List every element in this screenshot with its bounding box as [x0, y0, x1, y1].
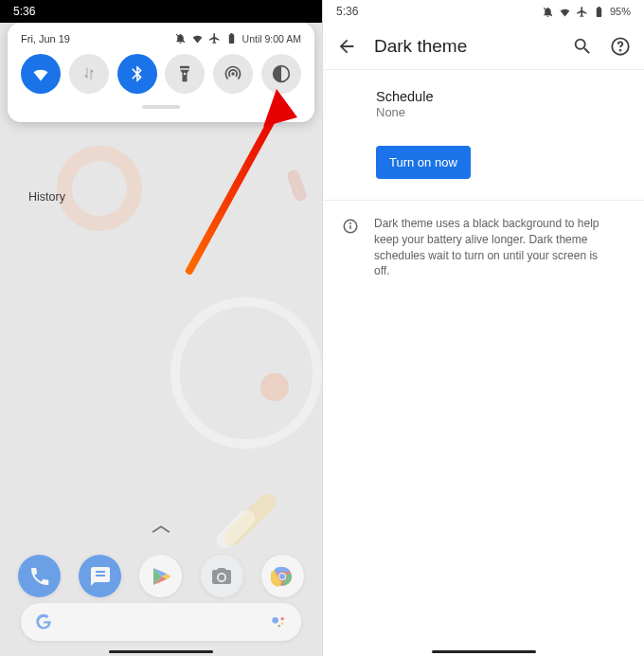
- history-label: History: [28, 190, 65, 204]
- wifi-tile[interactable]: [21, 54, 61, 94]
- wallpaper-decoration: [286, 168, 309, 203]
- gesture-nav-bar[interactable]: [109, 650, 213, 654]
- google-search-bar[interactable]: [21, 603, 301, 641]
- notifications-off-icon: [542, 6, 554, 18]
- chrome-app-icon[interactable]: [261, 555, 304, 597]
- airplane-icon: [576, 6, 588, 18]
- wallpaper-decoration: [57, 146, 142, 231]
- svg-point-14: [620, 49, 621, 50]
- notifications-off-icon: [174, 32, 187, 44]
- svg-point-17: [350, 223, 351, 224]
- status-bar: 5:36: [0, 0, 322, 23]
- dock: [0, 555, 322, 597]
- qs-status-icons: Until 9:00 AM: [174, 32, 301, 44]
- svg-point-7: [278, 625, 281, 628]
- assistant-icon: [269, 612, 288, 631]
- info-text: Dark theme uses a black background to he…: [374, 216, 611, 279]
- home-screen-with-quick-settings: 5:36 History: [0, 0, 322, 656]
- phone-app-icon[interactable]: [18, 555, 61, 597]
- hotspot-tile[interactable]: [213, 54, 253, 94]
- wallpaper-decoration: [170, 297, 322, 449]
- svg-point-3: [279, 574, 285, 579]
- svg-point-0: [219, 574, 224, 579]
- wallpaper-decoration: [260, 373, 289, 401]
- search-icon[interactable]: [572, 36, 593, 57]
- schedule-title: Schedule: [376, 89, 625, 104]
- status-time: 5:36: [13, 5, 35, 18]
- info-icon: [342, 218, 359, 235]
- gesture-nav-bar[interactable]: [432, 650, 536, 654]
- info-section: Dark theme uses a black background to he…: [323, 201, 644, 294]
- status-time: 5:36: [336, 5, 358, 18]
- google-g-icon: [34, 612, 53, 631]
- battery-icon: [593, 6, 605, 18]
- dark-theme-tile[interactable]: [261, 54, 301, 94]
- svg-point-9: [232, 72, 235, 75]
- app-bar: Dark theme: [323, 23, 644, 70]
- qs-date: Fri, Jun 19: [21, 33, 70, 44]
- wifi-icon: [559, 6, 571, 18]
- messages-app-icon[interactable]: [79, 555, 121, 597]
- status-bar: 5:36 95%: [323, 0, 644, 23]
- page-title: Dark theme: [374, 36, 555, 57]
- qs-tiles-row: [19, 54, 303, 94]
- qs-drag-handle[interactable]: [142, 105, 180, 109]
- back-icon[interactable]: [336, 36, 357, 57]
- battery-icon: [225, 32, 238, 44]
- wifi-icon: [191, 32, 204, 44]
- turn-on-now-button[interactable]: Turn on now: [376, 146, 471, 179]
- airplane-icon: [208, 32, 221, 44]
- quick-settings-panel: Fri, Jun 19 Until 9:00 AM: [8, 23, 314, 122]
- svg-point-4: [272, 617, 278, 624]
- qs-alarm-until: Until 9:00 AM: [242, 33, 301, 44]
- flashlight-tile[interactable]: [165, 54, 205, 94]
- svg-point-6: [281, 622, 284, 625]
- dark-theme-settings-screen: 5:36 95% Dark theme Schedule None Turn o…: [322, 0, 644, 656]
- dark-theme-settings-content: Schedule None Turn on now: [323, 70, 644, 201]
- help-icon[interactable]: [610, 36, 631, 57]
- schedule-setting[interactable]: Schedule None: [376, 89, 625, 119]
- bluetooth-tile[interactable]: [117, 54, 157, 94]
- svg-point-5: [281, 617, 284, 620]
- app-drawer-hint-icon[interactable]: [151, 522, 171, 533]
- mobile-data-tile[interactable]: [69, 54, 109, 94]
- camera-app-icon[interactable]: [201, 555, 243, 597]
- battery-percent: 95%: [610, 6, 631, 17]
- play-store-app-icon[interactable]: [139, 555, 182, 597]
- schedule-value: None: [376, 105, 625, 119]
